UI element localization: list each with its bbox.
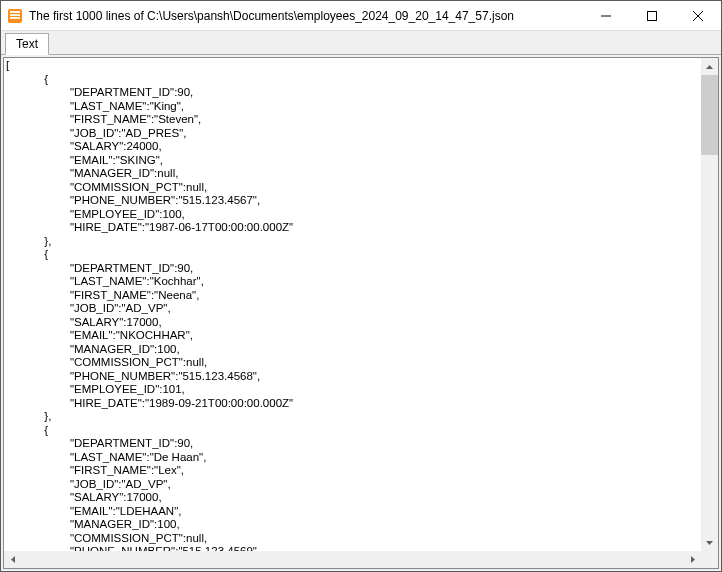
svg-rect-5 — [648, 11, 657, 20]
vertical-scroll-thumb[interactable] — [701, 75, 718, 155]
maximize-button[interactable] — [629, 1, 675, 30]
text-viewer: [ { "DEPARTMENT_ID":90, "LAST_NAME":"Kin… — [3, 57, 719, 569]
horizontal-scrollbar[interactable] — [4, 551, 718, 568]
svg-rect-2 — [10, 14, 20, 16]
content-area: [ { "DEPARTMENT_ID":90, "LAST_NAME":"Kin… — [1, 55, 721, 571]
vertical-scroll-track[interactable] — [701, 75, 718, 534]
minimize-button[interactable] — [583, 1, 629, 30]
vertical-scrollbar[interactable] — [701, 58, 718, 551]
scroll-left-button[interactable] — [4, 551, 21, 568]
tab-strip: Text — [1, 31, 721, 55]
scroll-right-button[interactable] — [684, 551, 701, 568]
svg-rect-1 — [10, 11, 20, 13]
app-icon — [7, 8, 23, 24]
window-title: The first 1000 lines of C:\Users\pansh\D… — [29, 9, 583, 23]
text-content[interactable]: [ { "DEPARTMENT_ID":90, "LAST_NAME":"Kin… — [4, 58, 701, 551]
svg-rect-3 — [10, 17, 20, 19]
tab-text[interactable]: Text — [5, 33, 49, 55]
scroll-up-button[interactable] — [701, 58, 718, 75]
horizontal-scroll-track[interactable] — [21, 551, 684, 568]
titlebar[interactable]: The first 1000 lines of C:\Users\pansh\D… — [1, 1, 721, 31]
scroll-down-button[interactable] — [701, 534, 718, 551]
close-button[interactable] — [675, 1, 721, 30]
scrollbar-corner — [701, 551, 718, 568]
window-controls — [583, 1, 721, 30]
window-frame: The first 1000 lines of C:\Users\pansh\D… — [0, 0, 722, 572]
